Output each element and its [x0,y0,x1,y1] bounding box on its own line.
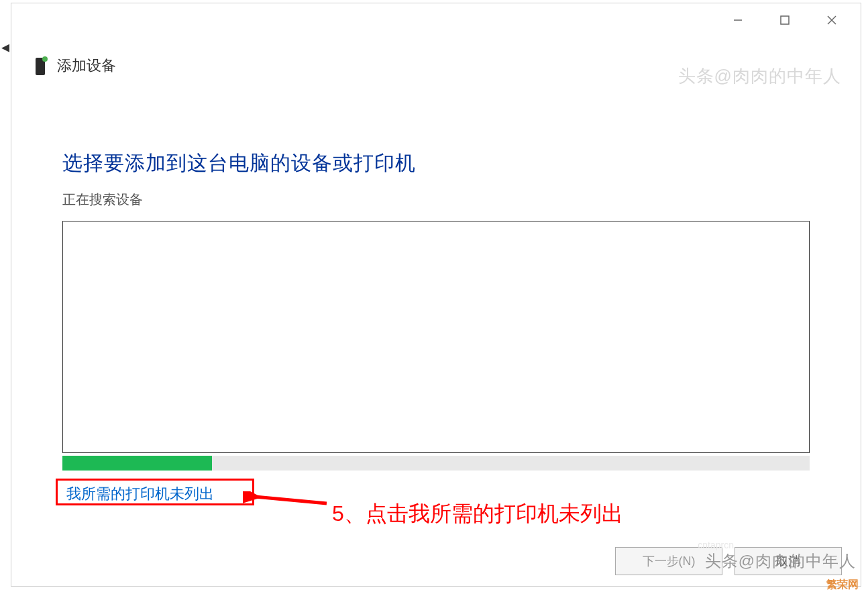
annotation-text: 5、点击我所需的打印机未列出 [332,499,623,529]
printer-not-listed-link[interactable]: 我所需的打印机未列出 [62,483,218,505]
watermark-corner: 繁荣网 [826,578,859,592]
content-area: 选择要添加到这台电脑的设备或打印机 正在搜索设备 我所需的打印机未列出 [11,76,861,505]
main-heading: 选择要添加到这台电脑的设备或打印机 [62,150,810,177]
progress-fill [62,456,212,471]
watermark-faint: cntaprcn [698,540,734,550]
maximize-button[interactable] [761,7,808,33]
device-list-box[interactable] [62,221,810,453]
titlebar [11,3,861,37]
progress-bar [62,456,810,471]
window-controls [714,7,855,33]
svg-rect-1 [781,16,789,24]
back-arrow: ◂ [1,38,9,56]
dialog-title: 添加设备 [57,56,116,76]
watermark-bottom: 头条@肉肉的中年人 [705,550,856,572]
close-button[interactable] [808,7,855,33]
searching-status: 正在搜索设备 [62,191,810,209]
add-device-icon [33,56,48,75]
watermark-top: 头条@肉肉的中年人 [678,64,841,88]
minimize-button[interactable] [714,7,761,33]
